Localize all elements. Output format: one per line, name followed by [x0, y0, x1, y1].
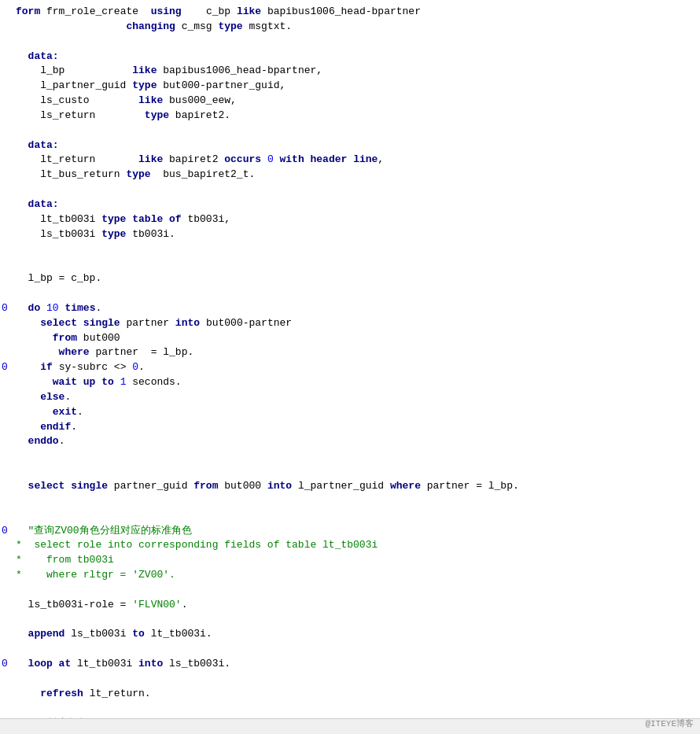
code-line	[0, 509, 700, 524]
code-line	[0, 183, 700, 197]
code-line: refresh lt_return.	[0, 687, 700, 702]
code-line: 0 if sy-subrc <> 0.	[0, 360, 700, 375]
code-line: ls_return type bapiret2.	[0, 109, 700, 124]
line-content: ls_tb003i-role = 'FLVN00'.	[11, 598, 700, 613]
code-line: 0 "查询ZV00角色分组对应的标准角色	[0, 524, 700, 539]
code-line: l_bp like bapibus1006_head-bpartner,	[0, 64, 700, 79]
code-line: * from tb003i	[0, 553, 700, 568]
line-content: * where rltgr = 'ZV00'.	[11, 568, 700, 583]
code-line: else.	[0, 390, 700, 405]
code-line: changing c_msg type msgtxt.	[0, 20, 700, 35]
line-content: wait up to 1 seconds.	[11, 375, 700, 390]
line-content: select single partner_guid from but000 i…	[11, 479, 700, 494]
status-bar: @ITEYE博客	[0, 718, 700, 734]
code-line: l_partner_guid type but000-partner_guid,	[0, 79, 700, 94]
line-content: l_partner_guid type but000-partner_guid,	[11, 79, 700, 94]
line-content: do 10 times.	[11, 301, 700, 316]
code-line: exit.	[0, 405, 700, 420]
code-line	[0, 35, 700, 50]
line-gutter: 0	[0, 360, 11, 375]
code-line: select single partner_guid from but000 i…	[0, 479, 700, 494]
code-line	[0, 672, 700, 687]
line-content: ls_custo like bus000_eew,	[11, 94, 700, 109]
line-content: append ls_tb003i to lt_tb003i.	[11, 627, 700, 642]
code-line: * select role into corresponding fields …	[0, 538, 700, 553]
line-content: data:	[11, 50, 700, 65]
line-content: exit.	[11, 405, 700, 420]
line-content: from but000	[11, 331, 700, 346]
code-line: select single partner into but000-partne…	[0, 316, 700, 331]
code-line	[0, 583, 700, 598]
code-line: form frm_role_create using c_bp like bap…	[0, 5, 700, 20]
line-content: form frm_role_create using c_bp like bap…	[11, 5, 700, 20]
line-content: lt_tb003i type table of tb003i,	[11, 212, 700, 227]
line-content: changing c_msg type msgtxt.	[11, 20, 700, 35]
code-line: lt_bus_return type bus_bapiret2_t.	[0, 168, 700, 183]
line-gutter: 0	[0, 657, 11, 672]
code-line	[0, 642, 700, 657]
code-line: lt_tb003i type table of tb003i,	[0, 212, 700, 227]
line-gutter: 0	[0, 301, 11, 316]
code-editor: form frm_role_create using c_bp like bap…	[0, 0, 700, 734]
code-line	[0, 464, 700, 479]
code-line	[0, 702, 700, 717]
line-content: l_bp = c_bp.	[11, 271, 700, 286]
code-line: data:	[0, 197, 700, 212]
code-line	[0, 449, 700, 464]
code-line: data:	[0, 138, 700, 153]
code-line: 0 do 10 times.	[0, 301, 700, 316]
line-content: * from tb003i	[11, 553, 700, 568]
code-line	[0, 124, 700, 138]
line-content: enddo.	[11, 434, 700, 449]
line-content: where partner = l_bp.	[11, 345, 700, 360]
code-line	[0, 494, 700, 509]
code-line: ls_custo like bus000_eew,	[0, 94, 700, 109]
code-line	[0, 256, 700, 271]
line-content: lt_bus_return type bus_bapiret2_t.	[11, 168, 700, 183]
code-line: 0 loop at lt_tb003i into ls_tb003i.	[0, 657, 700, 672]
line-content: loop at lt_tb003i into ls_tb003i.	[11, 657, 700, 672]
code-line: data:	[0, 50, 700, 65]
code-line: endif.	[0, 420, 700, 435]
code-line: ls_tb003i type tb003i.	[0, 227, 700, 242]
code-line: lt_return like bapiret2 occurs 0 with he…	[0, 153, 700, 168]
line-content: refresh lt_return.	[11, 687, 700, 702]
line-content: data:	[11, 138, 700, 153]
line-gutter: 0	[0, 524, 11, 539]
line-content: ls_tb003i type tb003i.	[11, 227, 700, 242]
code-line: where partner = l_bp.	[0, 345, 700, 360]
line-content: l_bp like bapibus1006_head-bpartner,	[11, 64, 700, 79]
line-content: select single partner into but000-partne…	[11, 316, 700, 331]
code-line: wait up to 1 seconds.	[0, 375, 700, 390]
code-line: l_bp = c_bp.	[0, 271, 700, 286]
code-line: ls_tb003i-role = 'FLVN00'.	[0, 598, 700, 613]
line-content: ls_return type bapiret2.	[11, 109, 700, 124]
code-line: * where rltgr = 'ZV00'.	[0, 568, 700, 583]
line-content: if sy-subrc <> 0.	[11, 360, 700, 375]
line-content: * select role into corresponding fields …	[11, 538, 700, 553]
code-line: append ls_tb003i to lt_tb003i.	[0, 627, 700, 642]
code-line	[0, 286, 700, 301]
line-content: "查询ZV00角色分组对应的标准角色	[11, 524, 700, 539]
code-line	[0, 613, 700, 628]
watermark: @ITEYE博客	[645, 718, 694, 731]
line-content: else.	[11, 390, 700, 405]
line-content: data:	[11, 197, 700, 212]
code-line: from but000	[0, 331, 700, 346]
code-line: enddo.	[0, 434, 700, 449]
code-line	[0, 242, 700, 257]
line-content: endif.	[11, 420, 700, 435]
line-content: lt_return like bapiret2 occurs 0 with he…	[11, 153, 700, 168]
